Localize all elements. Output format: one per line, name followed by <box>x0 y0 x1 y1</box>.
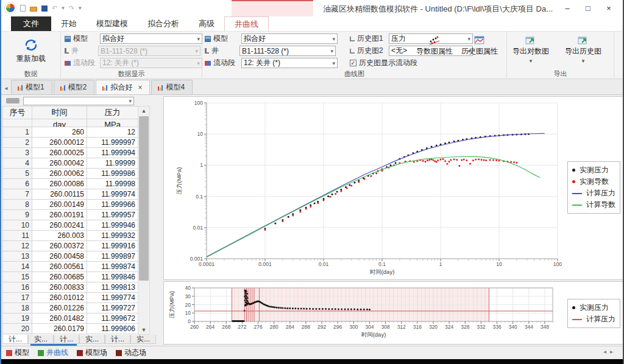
ribbon-tab-拟合分析[interactable]: 拟合分析 <box>138 16 189 31</box>
app-logo-icon[interactable] <box>5 2 16 13</box>
svg-text:260: 260 <box>190 324 199 330</box>
table-row[interactable]: 15260.0068511.999846 <box>3 272 138 282</box>
动态场-view-icon <box>116 350 122 356</box>
table-row[interactable]: 10260.0024111.999946 <box>3 220 138 231</box>
table-row[interactable]: 16260.0083311.999813 <box>3 282 138 293</box>
derivative-plot-properties-button[interactable]: 导数图属性 <box>414 34 455 58</box>
display-model-select[interactable]: 拟合好▾ <box>100 33 202 44</box>
table-row[interactable]: 6260.0008611.99998 <box>3 179 138 189</box>
scroll-down-icon[interactable]: ▼ <box>138 327 149 333</box>
qat-customize-icon[interactable]: ▾ <box>79 5 82 11</box>
table-sub-tab-0[interactable]: 计... <box>2 335 28 344</box>
maximize-button[interactable]: □ <box>578 0 598 17</box>
column-header-index[interactable]: 序号 <box>3 107 32 119</box>
export-history-button[interactable]: 导出历史图 ▾ <box>563 34 603 65</box>
table-sub-tab-2[interactable]: 计... <box>54 335 79 344</box>
curve-well-select[interactable]: B1-111-528 (*)▾ <box>239 46 336 56</box>
undo-icon[interactable]: ↶ <box>52 4 57 12</box>
table-row[interactable]: 5260.0006211.999986 <box>3 169 138 179</box>
scrollbar-thumb[interactable] <box>139 116 149 281</box>
loglog-chart[interactable]: 0.00010.0010.010.11101000.0010.010.11101… <box>164 97 623 279</box>
table-sub-tab-4[interactable]: 计... <box>105 335 130 344</box>
row-index-cell: 6 <box>3 179 32 189</box>
status-item-井曲线[interactable]: 井曲线 <box>38 348 68 358</box>
模型-view-icon <box>6 350 12 356</box>
table-row[interactable]: 9260.0019111.999957 <box>3 210 138 220</box>
table-row[interactable]: 12260.0037211.999916 <box>3 241 138 251</box>
undo-dropdown-icon[interactable]: ▾ <box>62 5 65 11</box>
pressure-cell: 11.999672 <box>87 313 138 324</box>
status-item-模型[interactable]: 模型 <box>6 348 29 358</box>
井曲线-view-icon <box>38 350 44 356</box>
table-row[interactable]: 126012 <box>3 127 138 138</box>
pressure-cell: 11.999606 <box>87 324 138 334</box>
table-filter-select[interactable]: ▾ <box>23 97 134 105</box>
export-loglog-button[interactable]: 导出对数图 ▾ <box>511 34 551 65</box>
table-row[interactable]: 17260.0101211.999774 <box>3 293 138 303</box>
nav-right-icon[interactable]: ▸ <box>610 348 617 355</box>
legend-label: 实测压力 <box>580 303 609 313</box>
doc-tab-模型2[interactable]: 模型2 <box>54 80 95 94</box>
column-header-pressure[interactable]: 压力 <box>87 107 138 119</box>
ribbon-tab-开始[interactable]: 开始 <box>51 16 87 31</box>
nav-left-icon[interactable]: ◂ <box>603 348 610 355</box>
minimize-button[interactable]: – <box>557 0 578 17</box>
reload-icon <box>24 38 38 52</box>
table-sub-tab-3[interactable]: 实... <box>79 335 105 344</box>
display-flow-segment-select[interactable]: 12: 关井 (*)▾ <box>100 58 202 68</box>
pressure-cell: 11.99999 <box>87 158 138 169</box>
series-计算压力 <box>207 133 545 257</box>
ribbon-tab-模型建模[interactable]: 模型建模 <box>87 16 138 31</box>
ribbon-tab-文件[interactable]: 文件 <box>11 16 51 31</box>
history-plot-properties-button[interactable]: 历史图属性 <box>459 34 500 58</box>
doc-tab-拟合好[interactable]: 拟合好× <box>96 80 150 94</box>
scroll-up-icon[interactable]: ▲ <box>138 108 149 114</box>
table-row[interactable]: 18260.0122611.999727 <box>3 303 138 313</box>
status-item-模型场[interactable]: 模型场 <box>77 348 107 358</box>
pressure-cell: 11.999727 <box>87 303 138 313</box>
status-item-动态场[interactable]: 动态场 <box>116 348 146 358</box>
time-cell: 260.00561 <box>32 262 87 272</box>
tab-scroll-left-icon[interactable]: ◂ <box>1 85 11 94</box>
table-row[interactable]: 19260.0148211.999672 <box>3 313 138 324</box>
table-toolbar-button[interactable] <box>6 98 20 103</box>
table-row[interactable]: 4260.0004211.99999 <box>3 158 138 169</box>
status-nav-arrows[interactable]: ◂▸ <box>603 348 617 355</box>
table-vertical-scrollbar[interactable]: ▲ ▼ <box>138 106 150 335</box>
svg-text:300: 300 <box>349 324 358 330</box>
doc-tab-模型1[interactable]: 模型1 <box>11 80 52 94</box>
save-icon[interactable] <box>41 5 48 12</box>
pressure-cell: 12 <box>87 127 138 138</box>
table-sub-tab-1[interactable]: 实... <box>28 335 54 344</box>
new-document-icon[interactable] <box>20 5 26 12</box>
legend-dot-marker <box>572 180 575 183</box>
open-file-icon[interactable] <box>30 7 37 12</box>
redo-icon[interactable]: ↷ <box>69 4 74 12</box>
table-row[interactable]: 13260.0045811.999897 <box>3 251 138 262</box>
column-header-time[interactable]: 时间 <box>32 107 87 119</box>
ribbon-tab-高级[interactable]: 高级 <box>189 16 224 31</box>
pressure-cell: 11.999874 <box>87 262 138 272</box>
table-row[interactable]: 7260.0011511.999974 <box>3 189 138 200</box>
close-tab-icon[interactable]: × <box>138 83 142 92</box>
curve-flow-segment-select[interactable]: 12: 关井 (*)▾ <box>241 58 338 68</box>
table-row[interactable]: 8260.0014911.999966 <box>3 200 138 210</box>
table-row[interactable]: 3260.0002511.999994 <box>3 148 138 158</box>
show-flow-segments-checkbox[interactable]: ✓ <box>350 60 356 66</box>
table-row[interactable]: 14260.0056111.999874 <box>3 262 138 272</box>
doc-tab-模型4[interactable]: 模型4 <box>151 80 193 94</box>
svg-text:0.001: 0.001 <box>190 256 204 262</box>
pressure-cell: 11.999897 <box>87 251 138 262</box>
table-row[interactable]: 2260.0001211.999997 <box>3 138 138 148</box>
row-index-cell: 7 <box>3 189 32 200</box>
curve-model-select[interactable]: 拟合好▾ <box>241 33 338 44</box>
history-chart[interactable]: 2602642682722762802842882922963003043083… <box>164 282 623 344</box>
display-well-select[interactable]: B1-111-528 (*)▾ <box>98 46 200 56</box>
ribbon-tab-井曲线[interactable]: 井曲线 <box>224 16 269 31</box>
table-row[interactable]: 20260.017911.999606 <box>3 324 138 334</box>
reload-button[interactable]: 重新加载 <box>7 33 55 68</box>
table-row[interactable]: 11260.00311.999932 <box>3 231 138 241</box>
data-table-body: 1260122260.0001211.9999973260.0002511.99… <box>2 127 138 335</box>
close-button[interactable]: × <box>598 0 619 17</box>
table-sub-tab-5[interactable]: 实... <box>130 335 156 344</box>
